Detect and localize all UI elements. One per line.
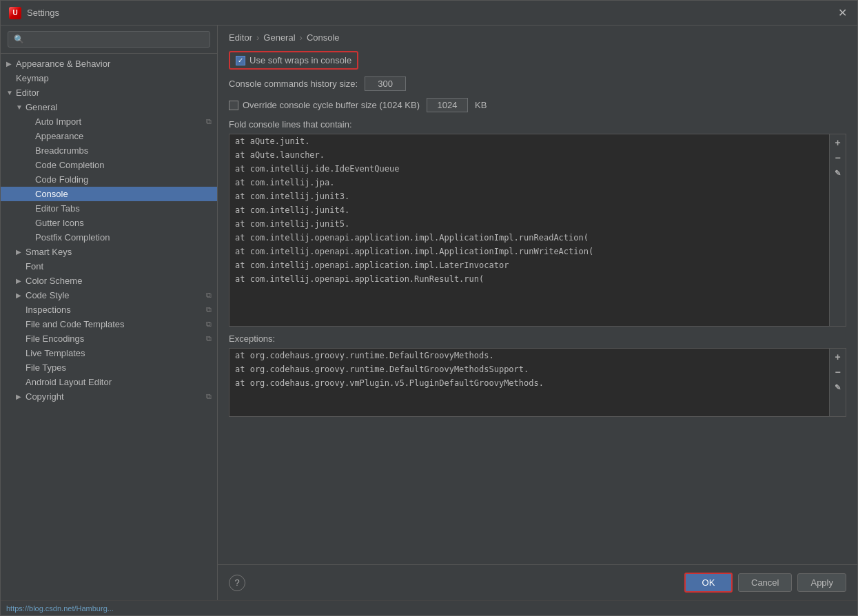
settings-dialog: U Settings ✕ ▶ Appearance & Behavior Key…: [0, 0, 858, 616]
override-buffer-label: Override console cycle buffer size (1024…: [243, 100, 420, 110]
sidebar-item-file-code-templates[interactable]: File and Code Templates ⧉: [1, 317, 217, 331]
sidebar-item-file-encodings[interactable]: File Encodings ⧉: [1, 331, 217, 346]
title-bar: U Settings ✕: [1, 1, 857, 25]
status-url: https://blog.csdn.net/Hamburg...: [6, 604, 114, 613]
apply-button[interactable]: Apply: [797, 573, 846, 592]
sidebar-item-label: Breadcrumbs: [35, 145, 88, 156]
breadcrumb-editor: Editor: [229, 32, 252, 43]
sidebar-item-file-types[interactable]: File Types: [1, 360, 217, 375]
sidebar-item-label: Color Scheme: [25, 276, 82, 286]
list-item: at com.intellij.openapi.application.RunR…: [229, 272, 829, 286]
sidebar-item-label: Editor: [16, 88, 39, 98]
sidebar-item-font[interactable]: Font: [1, 259, 217, 274]
sidebar-item-editor-tabs[interactable]: Editor Tabs: [1, 201, 217, 216]
breadcrumb-sep-1: ›: [256, 32, 259, 43]
sidebar-item-auto-import[interactable]: Auto Import ⧉: [1, 114, 217, 129]
list-item: at com.intellij.openapi.application.impl…: [229, 258, 829, 272]
sidebar-item-color-scheme[interactable]: ▶ Color Scheme: [1, 274, 217, 288]
status-bar: https://blog.csdn.net/Hamburg...: [1, 600, 857, 615]
tree-container: ▶ Appearance & Behavior Keymap ▼ Editor …: [1, 54, 217, 600]
sidebar-item-smart-keys[interactable]: ▶ Smart Keys: [1, 245, 217, 259]
sidebar-item-label: General: [25, 102, 57, 112]
copy-icon: ⧉: [206, 392, 212, 401]
copy-icon: ⧉: [206, 334, 212, 343]
sidebar-item-gutter-icons[interactable]: Gutter Icons: [1, 216, 217, 230]
sidebar-item-label: Font: [25, 261, 43, 271]
sidebar-item-label: Code Completion: [35, 160, 104, 170]
sidebar-item-console[interactable]: Console: [1, 187, 217, 201]
sidebar-item-android-layout-editor[interactable]: Android Layout Editor: [1, 375, 217, 389]
sidebar-item-general[interactable]: ▼ General: [1, 100, 217, 114]
help-button[interactable]: ?: [229, 575, 245, 591]
sidebar-item-appearance-behavior[interactable]: ▶ Appearance & Behavior: [1, 57, 217, 71]
sidebar-item-editor[interactable]: ▼ Editor: [1, 85, 217, 100]
sidebar-item-appearance[interactable]: Appearance: [1, 129, 217, 143]
sidebar-item-code-completion[interactable]: Code Completion: [1, 158, 217, 172]
sidebar-item-label: Inspections: [25, 305, 71, 315]
sidebar-item-postfix-completion[interactable]: Postfix Completion: [1, 230, 217, 245]
sidebar-item-inspections[interactable]: Inspections ⧉: [1, 302, 217, 317]
sidebar-item-label: Code Style: [25, 290, 70, 300]
sidebar-item-label: Auto Import: [35, 116, 81, 127]
remove-exception-button[interactable]: −: [831, 365, 845, 379]
sidebar-item-label: Appearance & Behavior: [16, 59, 110, 69]
history-size-label: Console commands history size:: [229, 79, 358, 89]
search-input[interactable]: [8, 31, 210, 48]
soft-wraps-wrapper[interactable]: Use soft wraps in console: [229, 51, 358, 70]
expand-arrow: ▶: [16, 277, 23, 285]
dialog-body: ▶ Appearance & Behavior Keymap ▼ Editor …: [1, 25, 857, 600]
sidebar-item-code-style[interactable]: ▶ Code Style ⧉: [1, 288, 217, 302]
soft-wraps-label: Use soft wraps in console: [249, 55, 351, 65]
breadcrumb-sep-2: ›: [300, 32, 303, 43]
title-bar-left: U Settings: [9, 7, 59, 19]
remove-fold-button[interactable]: −: [831, 151, 845, 165]
content-area: Use soft wraps in console Console comman…: [218, 48, 857, 564]
edit-exception-button[interactable]: ✎: [831, 380, 845, 394]
cancel-button[interactable]: Cancel: [738, 573, 792, 592]
expand-arrow: ▶: [16, 393, 23, 400]
soft-wraps-checkbox[interactable]: [236, 56, 245, 65]
override-buffer-wrapper[interactable]: Override console cycle buffer size (1024…: [229, 100, 420, 110]
breadcrumb: Editor › General › Console: [218, 25, 857, 48]
override-buffer-checkbox[interactable]: [229, 101, 238, 110]
list-item: at aQute.launcher.: [229, 148, 829, 162]
window-title: Settings: [27, 8, 59, 18]
sidebar-item-label: File Encodings: [25, 333, 84, 344]
list-item: at com.intellij.junit3.: [229, 189, 829, 203]
sidebar-item-live-templates[interactable]: Live Templates: [1, 346, 217, 360]
exceptions-label: Exceptions:: [229, 333, 846, 344]
history-size-input[interactable]: [365, 76, 406, 91]
sidebar-item-label: File Types: [25, 362, 66, 373]
sidebar-item-breadcrumbs[interactable]: Breadcrumbs: [1, 143, 217, 158]
list-item: at com.intellij.openapi.application.impl…: [229, 231, 829, 245]
breadcrumb-general: General: [263, 32, 295, 43]
add-fold-button[interactable]: +: [831, 136, 845, 150]
sidebar-item-label: File and Code Templates: [25, 319, 125, 329]
expand-arrow: ▶: [16, 291, 23, 299]
sidebar-item-keymap[interactable]: Keymap: [1, 71, 217, 85]
kb-label: KB: [475, 100, 487, 110]
sidebar-item-label: Keymap: [16, 73, 49, 83]
ok-button[interactable]: OK: [684, 573, 733, 593]
add-exception-button[interactable]: +: [831, 350, 845, 364]
edit-fold-button[interactable]: ✎: [831, 166, 845, 180]
sidebar-item-label: Smart Keys: [25, 247, 72, 257]
close-button[interactable]: ✕: [835, 6, 849, 20]
exceptions-list-actions: + − ✎: [830, 348, 846, 417]
copy-icon: ⧉: [206, 291, 212, 300]
list-item: at com.intellij.junit4.: [229, 203, 829, 217]
list-item: at com.intellij.openapi.application.impl…: [229, 245, 829, 258]
dialog-footer: ? OK Cancel Apply: [218, 564, 857, 600]
override-buffer-input[interactable]: [427, 98, 468, 112]
expand-arrow: ▼: [6, 89, 13, 96]
sidebar-item-code-folding[interactable]: Code Folding: [1, 172, 217, 187]
fold-list: at aQute.junit. at aQute.launcher. at co…: [229, 134, 830, 327]
expand-arrow: ▶: [6, 60, 13, 68]
sidebar: ▶ Appearance & Behavior Keymap ▼ Editor …: [1, 25, 218, 600]
exceptions-list: at org.codehaus.groovy.runtime.DefaultGr…: [229, 348, 830, 417]
list-item: at com.intellij.junit5.: [229, 217, 829, 231]
sidebar-item-copyright[interactable]: ▶ Copyright ⧉: [1, 389, 217, 404]
sidebar-item-label: Gutter Icons: [35, 218, 84, 228]
exceptions-list-container: at org.codehaus.groovy.runtime.DefaultGr…: [229, 348, 846, 417]
list-item: at org.codehaus.groovy.runtime.DefaultGr…: [229, 349, 829, 362]
